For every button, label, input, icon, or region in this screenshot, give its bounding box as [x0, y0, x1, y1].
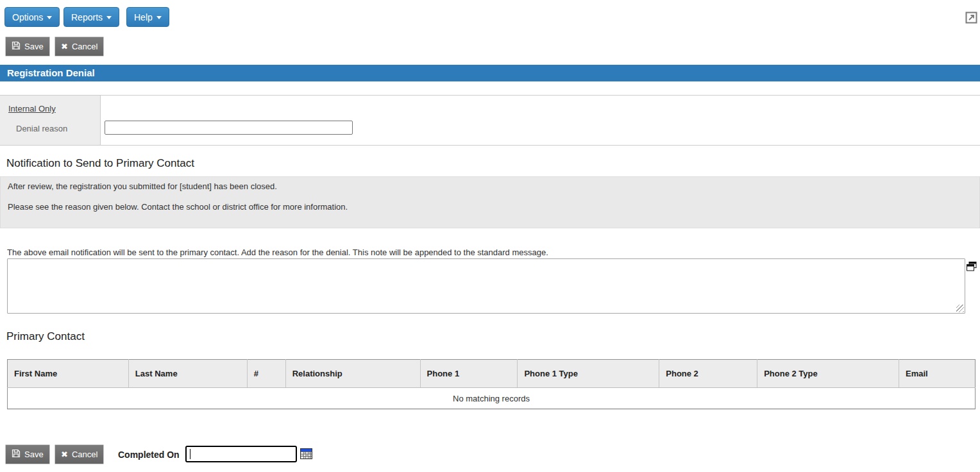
- column-header-relationship: Relationship: [285, 360, 420, 388]
- table-header-row: First Name Last Name # Relationship Phon…: [8, 360, 976, 388]
- internal-only-sidebar: Internal Only Denial reason: [0, 96, 101, 145]
- denial-note-textarea[interactable]: [7, 258, 965, 314]
- resize-handle-icon[interactable]: [956, 305, 964, 312]
- cancel-x-icon: ✖: [61, 42, 68, 51]
- denial-reason-input[interactable]: [105, 121, 353, 135]
- popup-editor-icon[interactable]: [967, 262, 977, 273]
- notification-message-line: Please see the reason given below. Conta…: [8, 202, 972, 212]
- chevron-down-icon: [106, 16, 112, 19]
- completed-on-label: Completed On: [118, 450, 180, 460]
- open-in-new-window-icon[interactable]: [965, 12, 977, 26]
- notification-section-heading: Notification to Send to Primary Contact: [6, 157, 194, 170]
- save-button-label: Save: [24, 450, 44, 459]
- internal-only-group-label: Internal Only: [8, 104, 56, 114]
- options-menu-button[interactable]: Options: [4, 7, 60, 27]
- reports-menu-label: Reports: [71, 12, 103, 22]
- notification-message-line: After review, the registration you submi…: [8, 181, 972, 191]
- save-icon: [12, 449, 21, 460]
- primary-contact-heading: Primary Contact: [6, 330, 85, 343]
- chevron-down-icon: [156, 16, 162, 19]
- cancel-x-icon: ✖: [61, 450, 68, 459]
- chevron-down-icon: [47, 16, 52, 19]
- completed-on-field-wrap: [185, 446, 297, 462]
- help-menu-label: Help: [134, 12, 153, 22]
- save-button-label: Save: [24, 42, 44, 51]
- denial-note-instruction: The above email notification will be sen…: [7, 248, 548, 257]
- primary-contact-table: First Name Last Name # Relationship Phon…: [7, 359, 976, 409]
- column-header-first-name: First Name: [8, 360, 129, 388]
- calendar-icon[interactable]: [300, 448, 312, 461]
- empty-records-message: No matching records: [8, 388, 976, 409]
- table-empty-row: No matching records: [8, 388, 976, 409]
- save-icon: [12, 41, 21, 52]
- save-button-bottom[interactable]: Save: [5, 444, 50, 464]
- internal-only-panel: Internal Only Denial reason: [0, 95, 980, 146]
- text-caret: [190, 449, 190, 459]
- column-header-phone1: Phone 1: [420, 360, 518, 388]
- cancel-button-bottom[interactable]: ✖ Cancel: [55, 444, 104, 464]
- cancel-button-label: Cancel: [72, 450, 97, 459]
- page-title-bar: Registration Denial: [0, 65, 980, 81]
- column-header-phone1-type: Phone 1 Type: [518, 360, 659, 388]
- column-header-number: #: [247, 360, 285, 388]
- denial-reason-label: Denial reason: [16, 124, 67, 133]
- cancel-button-label: Cancel: [72, 42, 97, 51]
- help-menu-button[interactable]: Help: [126, 7, 169, 27]
- column-header-phone2-type: Phone 2 Type: [757, 360, 899, 388]
- column-header-phone2: Phone 2: [659, 360, 757, 388]
- cancel-button[interactable]: ✖ Cancel: [55, 37, 104, 56]
- reports-menu-button[interactable]: Reports: [63, 7, 119, 27]
- completed-on-input[interactable]: [187, 447, 296, 461]
- save-button[interactable]: Save: [5, 37, 50, 56]
- notification-message-box: After review, the registration you submi…: [0, 176, 980, 228]
- column-header-email: Email: [899, 360, 975, 388]
- page-title: Registration Denial: [7, 67, 95, 78]
- column-header-last-name: Last Name: [128, 360, 247, 388]
- options-menu-label: Options: [12, 12, 43, 22]
